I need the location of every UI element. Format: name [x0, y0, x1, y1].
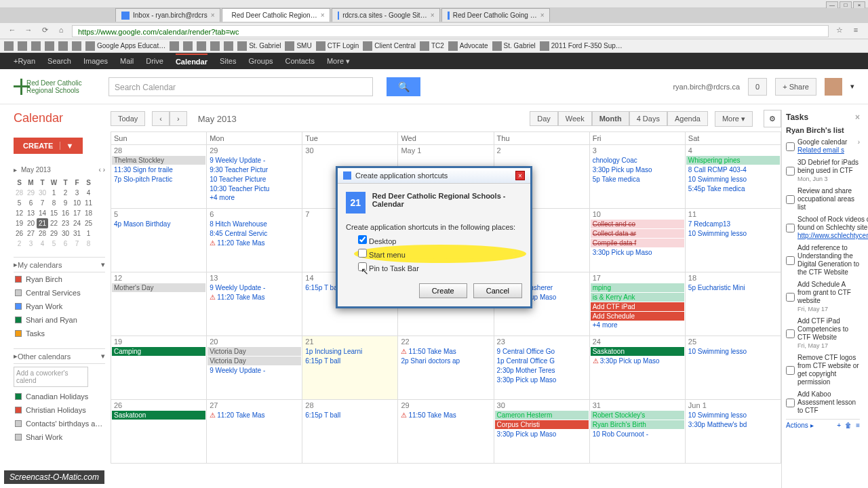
- bookmark-item[interactable]: 2011 Ford F-350 Sup…: [540, 41, 623, 51]
- forward-icon[interactable]: →: [23, 26, 34, 37]
- bookmark-item[interactable]: CTF Login: [316, 41, 359, 51]
- tasks-add-icon[interactable]: +: [837, 422, 841, 429]
- event[interactable]: Saskatoon: [591, 347, 684, 356]
- day-cell[interactable]: 68 Hitch Warehouse8:45 Central Servic11:…: [207, 209, 302, 272]
- task-item[interactable]: School of Rock videos can be found on Sc…: [786, 216, 860, 240]
- event[interactable]: 10 Swimming lesso: [686, 411, 780, 420]
- gbar-link[interactable]: Search: [47, 57, 71, 65]
- event[interactable]: Collect and co: [591, 220, 684, 228]
- bookmark-item[interactable]: [4, 41, 14, 51]
- calendar-item[interactable]: Contacts' birthdays a…: [14, 417, 105, 430]
- bookmark-item[interactable]: Client Central: [363, 41, 416, 51]
- task-checkbox[interactable]: [786, 216, 795, 240]
- event[interactable]: 1p Inclusing Learni: [303, 347, 397, 356]
- day-cell[interactable]: 2911:50 Take Mas: [398, 400, 494, 464]
- view-tab[interactable]: Month: [592, 111, 629, 126]
- event[interactable]: Saskatoon: [112, 411, 205, 420]
- event[interactable]: 11:20 Take Mas: [208, 293, 301, 302]
- gbar-link[interactable]: Drive: [146, 57, 163, 65]
- task-checkbox[interactable]: [786, 354, 795, 386]
- task-item[interactable]: Remove CTF logos from CTF website or get…: [786, 354, 860, 386]
- bookmark-item[interactable]: [18, 41, 27, 51]
- event[interactable]: Corpus Christi: [495, 420, 589, 429]
- bookmark-item[interactable]: [197, 41, 206, 51]
- event[interactable]: 11:50 Take Mas: [399, 347, 492, 356]
- wrench-icon[interactable]: ≡: [850, 26, 861, 37]
- event[interactable]: 8 Hitch Warehouse: [208, 220, 301, 228]
- view-tab[interactable]: 4 Days: [629, 111, 667, 126]
- dialog-close-icon[interactable]: ×: [515, 171, 525, 180]
- add-coworker-input[interactable]: Add a coworker's calend: [14, 367, 88, 387]
- bookmark-item[interactable]: St. Gabriel: [237, 41, 281, 51]
- create-button[interactable]: CREATE▼: [14, 138, 83, 154]
- event[interactable]: Add Schedule: [591, 312, 684, 321]
- event[interactable]: 7p Slo-pitch Practic: [112, 175, 205, 184]
- event[interactable]: 9 Weekly Update -: [208, 156, 301, 165]
- event[interactable]: 3:30p Pick up Maso: [591, 248, 684, 257]
- task-checkbox[interactable]: [786, 139, 795, 155]
- task-item[interactable]: Review and share occupational areas list: [786, 187, 860, 211]
- event[interactable]: 5p Take medica: [591, 175, 684, 184]
- shortcut-option[interactable]: Start menu: [358, 249, 522, 259]
- calendar-item[interactable]: Ryan Work: [14, 300, 105, 313]
- event[interactable]: 10 Swimming lesso: [686, 229, 780, 238]
- event[interactable]: 3:30p Pick up Maso: [495, 375, 589, 384]
- bookmark-item[interactable]: Google Apps Educat…: [85, 41, 165, 51]
- gbar-link[interactable]: Images: [83, 57, 108, 65]
- event[interactable]: 11:20 Take Mas: [208, 239, 301, 247]
- dialog-cancel-button[interactable]: Cancel: [473, 283, 522, 298]
- bookmark-item[interactable]: [45, 41, 54, 51]
- event[interactable]: 9 Weekly Update -: [208, 366, 301, 375]
- event[interactable]: 8 Call RCMP 403-4: [686, 165, 780, 174]
- event[interactable]: Mother's Day: [112, 283, 205, 292]
- tasks-close-icon[interactable]: ×: [855, 113, 860, 122]
- event[interactable]: Compile data f: [591, 239, 684, 247]
- search-button[interactable]: 🔍: [387, 77, 420, 96]
- event[interactable]: is & Kerry Ank: [591, 293, 684, 302]
- day-cell[interactable]: 185p Eucharistic Mini: [685, 272, 781, 336]
- event[interactable]: 10:30 Teacher Pictu: [208, 184, 301, 193]
- event[interactable]: chnology Coac: [591, 156, 684, 165]
- event[interactable]: 5p Eucharistic Mini: [686, 283, 780, 292]
- day-cell[interactable]: 2711:20 Take Mas: [207, 400, 302, 464]
- view-tab[interactable]: Day: [530, 111, 558, 126]
- task-checkbox[interactable]: [786, 318, 795, 350]
- event[interactable]: 11:50 Take Mas: [399, 411, 492, 420]
- event[interactable]: 10 Swimming lesso: [686, 175, 780, 184]
- tasks-delete-icon[interactable]: 🗑: [845, 422, 852, 429]
- day-cell[interactable]: 2211:50 Take Mas2p Shari doctors ap: [398, 336, 494, 400]
- calendar-item[interactable]: Ryan Birch: [14, 272, 105, 286]
- event[interactable]: Camping: [112, 347, 205, 356]
- event[interactable]: 2:30p Mother Teres: [495, 366, 589, 375]
- prev-button[interactable]: ‹: [152, 111, 170, 126]
- shortcut-option[interactable]: Desktop: [358, 235, 522, 245]
- event[interactable]: Victoria Day: [208, 357, 301, 365]
- gbar-link[interactable]: Groups: [248, 57, 273, 65]
- share-button[interactable]: + Share: [775, 78, 816, 96]
- more-button[interactable]: More ▾: [715, 111, 753, 127]
- event[interactable]: +4 more: [207, 194, 302, 201]
- day-cell[interactable]: Jun 110 Swimming lesso3:30p Matthew's bd: [685, 400, 781, 464]
- day-cell[interactable]: 20Victoria DayVictoria Day9 Weekly Updat…: [207, 336, 302, 400]
- bookmark-item[interactable]: [224, 41, 233, 51]
- dialog-titlebar[interactable]: Create application shortcuts ×: [338, 168, 530, 184]
- mini-calendar[interactable]: ▸May 2013‹ › SMTWTFS28293012345678910111…: [14, 166, 105, 249]
- reload-icon[interactable]: ⟳: [39, 26, 50, 37]
- day-cell[interactable]: 2510 Swimming lesso: [685, 336, 781, 400]
- gbar-link[interactable]: +Ryan: [14, 57, 35, 65]
- gbar-link[interactable]: More ▾: [327, 57, 350, 66]
- url-input[interactable]: https://www.google.com/calendar/render?t…: [72, 25, 829, 37]
- day-cell[interactable]: 3chnology Coac3:30p Pick up Maso5p Take …: [589, 145, 685, 209]
- task-checkbox[interactable]: [786, 245, 795, 277]
- browser-tab[interactable]: Red Deer Catholic Going …×: [441, 8, 550, 22]
- bookmark-item[interactable]: SMU: [285, 41, 311, 51]
- avatar[interactable]: [825, 78, 842, 96]
- event[interactable]: 10 Rob Cournoot -: [591, 430, 684, 439]
- browser-tab[interactable]: Red Deer Catholic Region…×: [222, 8, 330, 22]
- day-cell[interactable]: 239 Central Office Go1p Central Office G…: [494, 336, 589, 400]
- event[interactable]: 9 Central Office Go: [495, 347, 589, 356]
- gbar-link[interactable]: Mail: [120, 57, 134, 65]
- event[interactable]: Thelma Stockley: [112, 156, 205, 165]
- event[interactable]: 3:30p Pick up Maso: [495, 430, 589, 439]
- task-item[interactable]: Add reference to Understanding the Digit…: [786, 244, 860, 277]
